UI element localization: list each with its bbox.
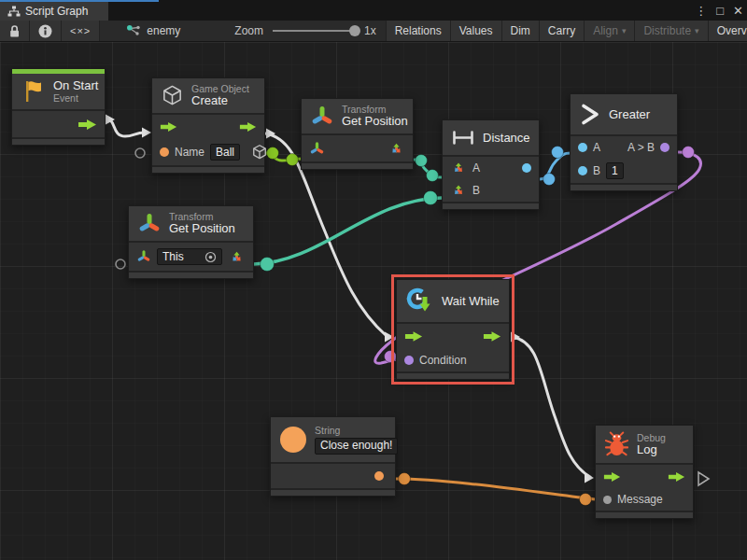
input-b-label: B bbox=[472, 184, 480, 197]
node-create[interactable]: Game Object Create Name Ball bbox=[151, 77, 265, 174]
zoom-value: 1x bbox=[364, 24, 376, 37]
chevron-down-icon: ▾ bbox=[622, 26, 627, 35]
values-button[interactable]: Values bbox=[451, 21, 502, 41]
wire-onstart-to-create[interactable] bbox=[106, 119, 145, 136]
message-label: Message bbox=[617, 493, 663, 506]
lock-icon bbox=[8, 24, 21, 38]
input-b-label: B bbox=[593, 164, 600, 177]
dim-button[interactable]: Dim bbox=[502, 21, 540, 41]
bug-icon bbox=[604, 430, 629, 458]
node-footer bbox=[397, 371, 509, 379]
condition-label: Condition bbox=[419, 354, 467, 367]
b-value-field[interactable]: 1 bbox=[606, 162, 624, 179]
flow-output-port[interactable] bbox=[483, 330, 501, 343]
flow-output-port[interactable] bbox=[239, 121, 257, 133]
object-picker-icon[interactable] bbox=[204, 251, 217, 263]
relations-button[interactable]: Relations bbox=[387, 21, 451, 41]
chevron-down-icon: ▾ bbox=[695, 26, 699, 35]
node-title: Greater bbox=[609, 107, 650, 121]
node-footer bbox=[443, 202, 539, 209]
vector3-output-port[interactable] bbox=[228, 248, 246, 266]
tab-title: Script Graph bbox=[25, 5, 88, 18]
wire-string-to-message[interactable] bbox=[396, 479, 595, 499]
node-title: On Start bbox=[53, 79, 98, 93]
wire-getposition2-to-distance-b[interactable] bbox=[254, 198, 442, 264]
toolbar-middle: enemy Zoom 1x bbox=[100, 21, 386, 41]
gameobject-output-port[interactable] bbox=[251, 144, 268, 161]
wait-clock-icon bbox=[405, 287, 434, 315]
maximize-icon[interactable]: □ bbox=[716, 4, 724, 18]
info-icon bbox=[38, 24, 52, 38]
transform-input-port[interactable] bbox=[309, 141, 325, 157]
wire-waitwhile-to-log[interactable] bbox=[513, 337, 590, 477]
float-input-port[interactable] bbox=[578, 166, 587, 175]
gameobject-cube-icon bbox=[161, 84, 184, 107]
zoom-slider-handle[interactable] bbox=[349, 25, 360, 36]
code-icon: <×> bbox=[70, 25, 91, 36]
bool-output-port[interactable] bbox=[660, 143, 669, 152]
align-button[interactable]: Align ▾ bbox=[585, 21, 635, 41]
vector3-input-port[interactable] bbox=[450, 160, 467, 176]
graph-canvas[interactable]: On Start Event bbox=[0, 42, 747, 560]
empty-port-ring-create[interactable] bbox=[135, 148, 145, 158]
flow-input-port[interactable] bbox=[603, 471, 621, 483]
toolbar: <×> enemy Zoom 1x Relations Values Dim C… bbox=[0, 21, 747, 42]
node-title: String bbox=[315, 425, 398, 436]
node-greater[interactable]: Greater A A > B B 1 bbox=[570, 93, 678, 191]
string-circle-icon bbox=[279, 426, 307, 454]
node-distance[interactable]: Distance A bbox=[442, 119, 540, 210]
carry-button[interactable]: Carry bbox=[540, 21, 585, 41]
string-output-port[interactable] bbox=[374, 471, 384, 481]
target-value-field[interactable]: This bbox=[157, 248, 222, 265]
node-footer bbox=[12, 137, 105, 145]
node-get-position-b[interactable]: Transform Get Position This bbox=[128, 205, 254, 279]
node-title: Wait While bbox=[442, 294, 500, 308]
node-title: Get Position bbox=[169, 222, 235, 236]
message-input-port[interactable] bbox=[603, 496, 612, 504]
zoom-slider[interactable] bbox=[273, 25, 359, 36]
lock-button[interactable] bbox=[0, 21, 30, 41]
node-wait-while[interactable]: Wait While Condition bbox=[396, 279, 510, 380]
code-view-button[interactable]: <×> bbox=[62, 21, 100, 41]
float-output-port[interactable] bbox=[522, 163, 531, 173]
flow-input-port[interactable] bbox=[404, 330, 423, 343]
node-on-start[interactable]: On Start Event bbox=[11, 68, 106, 146]
unconnected-flow-triangle[interactable] bbox=[698, 472, 709, 485]
transform-icon bbox=[137, 212, 162, 236]
vector3-output-port[interactable] bbox=[388, 140, 405, 158]
input-a-label: A bbox=[593, 141, 600, 154]
float-input-port[interactable] bbox=[578, 143, 587, 152]
bool-input-port[interactable] bbox=[404, 356, 414, 365]
output-label: A > B bbox=[627, 141, 655, 154]
close-icon[interactable]: ✕ bbox=[733, 4, 743, 18]
flow-input-port[interactable] bbox=[160, 121, 177, 133]
greater-than-icon bbox=[579, 102, 601, 127]
distribute-button[interactable]: Distribute ▾ bbox=[635, 21, 708, 41]
vector3-input-port[interactable] bbox=[450, 182, 467, 199]
empty-port-ring-getposition[interactable] bbox=[116, 259, 125, 269]
string-value-field[interactable]: Close enough! bbox=[315, 438, 398, 455]
window-menu-icon[interactable]: ⋮ bbox=[695, 4, 707, 18]
string-input-port[interactable] bbox=[160, 147, 169, 157]
node-debug-log[interactable]: Debug Log Message bbox=[595, 425, 694, 519]
tab-script-graph[interactable]: Script Graph bbox=[0, 2, 108, 21]
node-string[interactable]: String Close enough! bbox=[270, 416, 396, 497]
script-graph-window: Script Graph ⋮ □ ✕ bbox=[0, 0, 747, 560]
graph-node-icon bbox=[126, 24, 141, 37]
node-footer bbox=[571, 183, 677, 190]
transform-icon bbox=[310, 105, 334, 129]
zoom-label: Zoom bbox=[234, 24, 263, 37]
node-get-position-a[interactable]: Transform Get Position bbox=[301, 98, 414, 170]
name-value-field[interactable]: Ball bbox=[210, 144, 240, 161]
transform-input-port[interactable] bbox=[136, 249, 151, 264]
flow-output-port[interactable] bbox=[668, 471, 685, 483]
node-footer bbox=[596, 511, 693, 518]
node-title: Create bbox=[191, 94, 249, 108]
info-button[interactable] bbox=[30, 21, 62, 41]
distance-icon bbox=[451, 130, 475, 146]
graph-name-label: enemy bbox=[147, 24, 180, 37]
graph-hierarchy-icon bbox=[7, 6, 21, 17]
overview-button[interactable]: Overview bbox=[709, 21, 747, 41]
node-footer bbox=[129, 271, 253, 278]
flow-output-port[interactable] bbox=[78, 119, 97, 131]
